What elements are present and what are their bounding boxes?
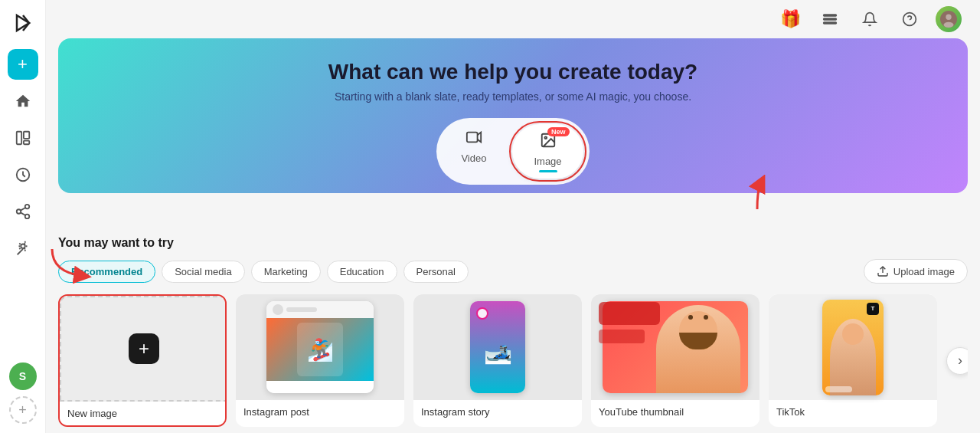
template-instagram-story[interactable]: 🎿 Instagram story (413, 294, 582, 427)
tab-image-wrapper: New Image (509, 121, 586, 182)
sidebar-item-magic[interactable] (8, 233, 38, 264)
filter-marketing[interactable]: Marketing (251, 261, 321, 283)
filter-education[interactable]: Education (327, 261, 397, 283)
logo[interactable] (9, 9, 37, 37)
upload-label: Upload image (893, 266, 955, 277)
template-youtube-thumbnail-label: YouTube thumbnail (591, 400, 760, 424)
svg-point-6 (24, 215, 29, 219)
svg-point-16 (946, 15, 951, 20)
hero-banner: What can we help you create today? Start… (58, 38, 968, 193)
template-instagram-story-label: Instagram story (413, 400, 582, 424)
hero-title: What can we help you create today? (58, 60, 968, 84)
svg-point-17 (944, 22, 954, 28)
next-button[interactable]: › (946, 347, 968, 375)
svg-rect-1 (23, 132, 28, 139)
hero-subtitle: Starting with a blank slate, ready templ… (58, 90, 968, 103)
tab-image-label: Image (534, 156, 561, 167)
templates-section: You may want to try Recommended Social m… (46, 202, 980, 433)
bell-icon[interactable] (856, 5, 884, 33)
tiktok-thumb: T (769, 294, 937, 400)
template-instagram-post[interactable]: 🏂 Instagram post (236, 294, 404, 427)
filter-row: Recommended Social media Marketing Educa… (58, 259, 968, 284)
new-image-thumb: + (60, 296, 227, 402)
svg-rect-0 (16, 132, 21, 145)
template-instagram-post-label: Instagram post (236, 400, 404, 424)
sidebar-item-home[interactable] (8, 86, 38, 116)
svg-rect-2 (23, 141, 28, 145)
add-icon: + (18, 402, 27, 418)
svg-rect-12 (824, 22, 837, 24)
layers-icon[interactable] (816, 5, 844, 33)
template-tiktok[interactable]: T TikTok (769, 294, 937, 427)
filter-recommended[interactable]: Recommended (58, 261, 155, 283)
svg-point-5 (16, 209, 21, 214)
svg-point-4 (24, 205, 29, 209)
gift-icon[interactable]: 🎁 (776, 5, 804, 33)
tab-image[interactable]: New Image (512, 124, 583, 179)
add-team-button[interactable]: + (9, 396, 37, 424)
template-new-image[interactable]: + New image (58, 294, 227, 427)
template-youtube-thumbnail[interactable]: YouTube thumbnail (591, 294, 760, 427)
tab-video[interactable]: Video (439, 121, 508, 182)
template-grid: + New image 🏂 (58, 294, 968, 433)
user-avatar-top[interactable] (936, 6, 962, 32)
svg-rect-11 (824, 18, 837, 20)
plus-icon: + (18, 54, 28, 74)
help-icon[interactable] (896, 5, 923, 33)
svg-rect-10 (824, 15, 837, 16)
instagram-post-thumb: 🏂 (236, 294, 404, 400)
new-image-plus-icon: + (129, 333, 159, 364)
new-button[interactable]: + (8, 49, 38, 80)
video-icon (466, 129, 482, 149)
sidebar: + S + (0, 0, 46, 433)
upload-icon (877, 265, 889, 277)
svg-rect-18 (467, 133, 478, 143)
filter-personal[interactable]: Personal (403, 261, 469, 283)
filter-social-media[interactable]: Social media (162, 261, 244, 283)
template-tiktok-label: TikTok (769, 400, 937, 424)
main-content: 🎁 What can we help you create today? Sta… (46, 0, 980, 433)
chevron-right-icon: › (958, 353, 962, 369)
topbar: 🎁 (46, 0, 980, 38)
sidebar-item-share[interactable] (8, 196, 38, 227)
section-title: You may want to try (58, 236, 968, 250)
tab-switcher: Video New Image (58, 118, 968, 185)
tab-video-label: Video (461, 153, 486, 164)
svg-point-9 (21, 244, 25, 249)
tab-underline (539, 170, 557, 172)
template-new-image-label: New image (60, 402, 225, 425)
user-avatar[interactable]: S (9, 362, 37, 390)
svg-line-8 (20, 208, 24, 211)
new-badge: New (547, 127, 570, 136)
youtube-thumb (591, 294, 760, 400)
sidebar-item-history[interactable] (8, 159, 38, 190)
svg-line-7 (20, 212, 24, 215)
svg-point-20 (544, 137, 547, 139)
sidebar-item-templates[interactable] (8, 123, 38, 153)
tab-pill: Video New Image (436, 118, 589, 185)
instagram-story-thumb: 🎿 (413, 294, 582, 400)
upload-image-button[interactable]: Upload image (864, 259, 968, 284)
